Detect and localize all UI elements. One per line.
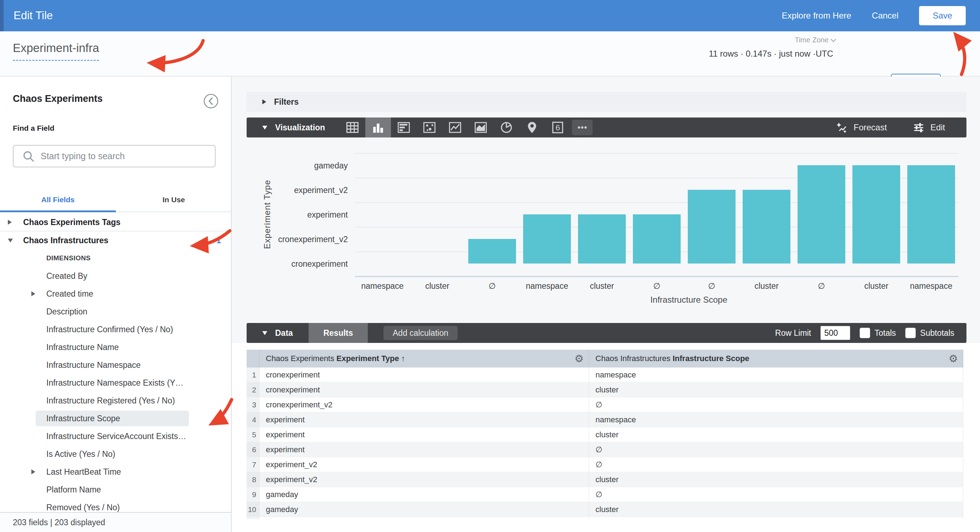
timezone-dropdown[interactable]: Time Zone	[795, 36, 835, 44]
bar-experiment-null[interactable]	[633, 214, 681, 264]
cell-experiment-type[interactable]: gameday	[259, 502, 589, 517]
field-item-infrastructure-confirmed-yes-no[interactable]: Infrastructure Confirmed (Yes / No)	[0, 321, 231, 338]
cell-experiment-type[interactable]: gameday	[259, 517, 589, 519]
query-bar: Experiment-infra 11 rows · 0.147s · just…	[0, 31, 980, 76]
cell-experiment-type[interactable]: cronexperiment_v2	[259, 397, 589, 412]
cell-infrastructure-scope[interactable]: namespace	[589, 517, 963, 519]
field-label: Infrastructure Namespace Exists (Y…	[46, 378, 183, 388]
field-item-infrastructure-scope[interactable]: Infrastructure Scope	[0, 410, 231, 427]
cancel-button[interactable]: Cancel	[872, 11, 899, 21]
cell-infrastructure-scope[interactable]: namespace	[589, 412, 963, 427]
edit-visualization-button[interactable]: Edit	[912, 121, 945, 134]
field-item-last-heartbeat-time[interactable]: Last HeartBeat Time	[0, 463, 231, 481]
cell-experiment-type[interactable]: experiment	[259, 442, 589, 457]
field-item-created-by[interactable]: Created By	[0, 267, 231, 285]
sidebar-tab-in-use[interactable]: In Use	[116, 187, 232, 211]
forecast-button[interactable]: Forecast	[835, 121, 887, 134]
gear-icon[interactable]: ⚙	[949, 353, 958, 365]
collapse-sidebar-button[interactable]	[203, 93, 219, 109]
field-item-infrastructure-registered-yes-no[interactable]: Infrastructure Registered (Yes / No)	[0, 392, 231, 410]
results-tab[interactable]: Results	[309, 323, 368, 343]
cell-infrastructure-scope[interactable]: cluster	[589, 427, 963, 442]
field-item-created-time[interactable]: Created time	[0, 285, 231, 303]
map-chart-icon[interactable]	[519, 118, 545, 137]
field-label: Is Active (Yes / No)	[46, 449, 115, 459]
table-row-8: 8experiment_v2cluster	[247, 472, 963, 487]
more-options-icon[interactable]	[571, 118, 594, 137]
cell-infrastructure-scope[interactable]: ∅	[589, 442, 963, 457]
field-item-removed-yes-no[interactable]: Removed (Yes / No)	[0, 499, 231, 512]
field-item-infrastructure-namespace-exists-y[interactable]: Infrastructure Namespace Exists (Y…	[0, 374, 231, 392]
expand-right-icon[interactable]	[31, 291, 35, 296]
expand-right-icon[interactable]	[8, 220, 12, 225]
cell-infrastructure-scope[interactable]: ∅	[589, 397, 963, 412]
cell-experiment-type[interactable]: cronexperiment	[259, 383, 589, 397]
table-row-3: 3cronexperiment_v2∅	[247, 397, 963, 412]
bar-gameday-cluster[interactable]	[853, 165, 900, 264]
filters-section-toggle[interactable]: Filters	[247, 92, 966, 112]
field-item-infrastructure-serviceaccount-exists[interactable]: Infrastructure ServiceAccount Exists…	[0, 427, 231, 445]
cell-infrastructure-scope[interactable]: ∅	[589, 457, 963, 472]
subtotals-toggle[interactable]: Subtotals	[905, 327, 955, 338]
cell-experiment-type[interactable]: gameday	[259, 487, 589, 502]
cell-experiment-type[interactable]: experiment	[259, 427, 589, 442]
cell-experiment-type[interactable]: experiment	[259, 412, 589, 427]
column-header-infrastructure-scope[interactable]: Chaos Infrastructures Infrastructure Sco…	[589, 350, 963, 367]
row-number: 11	[247, 517, 259, 519]
cell-experiment-type[interactable]: cronexperiment	[259, 367, 589, 382]
line-chart-icon[interactable]	[442, 118, 468, 137]
gear-icon[interactable]: ⚙	[574, 353, 584, 365]
collapse-down-icon[interactable]	[262, 126, 267, 130]
field-label: Infrastructure Namespace	[46, 360, 141, 370]
bar-chart-icon[interactable]	[391, 118, 417, 137]
field-item-infrastructure-name[interactable]: Infrastructure Name	[0, 338, 231, 356]
field-item-chaos-infrastructures[interactable]: Chaos Infrastructures1	[0, 232, 231, 249]
sidebar-tab-all-fields[interactable]: All Fields	[0, 187, 116, 211]
bar-experiment_v2-cluster[interactable]	[743, 190, 791, 264]
field-label: Infrastructure Registered (Yes / No)	[46, 396, 175, 406]
cell-experiment-type[interactable]: experiment_v2	[259, 472, 589, 487]
row-number: 1	[247, 367, 259, 382]
cell-infrastructure-scope[interactable]: namespace	[589, 367, 963, 382]
pie-chart-icon[interactable]	[493, 118, 519, 137]
area-chart-icon[interactable]	[468, 118, 493, 137]
totals-checkbox[interactable]	[859, 327, 870, 338]
bar-experiment-namespace[interactable]	[523, 214, 571, 264]
totals-toggle[interactable]: Totals	[859, 327, 896, 338]
field-item-chaos-experiments-tags[interactable]: Chaos Experiments Tags	[0, 214, 231, 232]
subtotals-checkbox[interactable]	[905, 327, 916, 338]
x-axis-line	[355, 276, 959, 277]
row-number: 3	[247, 397, 259, 412]
field-item-infrastructure-namespace[interactable]: Infrastructure Namespace	[0, 356, 231, 374]
cell-infrastructure-scope[interactable]: cluster	[589, 383, 963, 397]
column-chart-icon[interactable]	[365, 118, 391, 137]
column-header-experiment-type[interactable]: Chaos Experiments Experiment Type ↑⚙	[259, 350, 589, 367]
collapse-down-icon[interactable]	[8, 238, 13, 243]
cell-infrastructure-scope[interactable]: cluster	[589, 502, 963, 517]
cell-infrastructure-scope[interactable]: ∅	[589, 487, 963, 502]
tile-title-editable[interactable]: Experiment-infra	[13, 41, 99, 61]
cell-infrastructure-scope[interactable]: cluster	[589, 472, 963, 487]
row-limit-input[interactable]	[820, 326, 850, 340]
field-item-description[interactable]: Description	[0, 303, 231, 321]
expand-right-icon[interactable]	[31, 469, 35, 474]
bar-cronexperiment_v2-null[interactable]	[468, 239, 516, 264]
bar-experiment-cluster[interactable]	[578, 214, 626, 264]
save-button[interactable]: Save	[919, 6, 966, 25]
scatter-chart-icon[interactable]	[417, 118, 442, 137]
bar-gameday-namespace[interactable]	[907, 165, 955, 264]
single-value-icon[interactable]: 6	[545, 118, 571, 137]
explore-from-here-button[interactable]: Explore from Here	[782, 11, 851, 21]
x-tick-label: ∅	[465, 281, 520, 291]
bar-experiment_v2-null[interactable]	[688, 190, 735, 264]
table-chart-icon[interactable]	[340, 118, 365, 137]
field-search-input[interactable]: Start typing to search	[13, 145, 216, 167]
field-item-is-active-yes-no[interactable]: Is Active (Yes / No)	[0, 445, 231, 463]
field-item-dimensions[interactable]: DIMENSIONS	[0, 249, 231, 267]
field-item-platform-name[interactable]: Platform Name	[0, 481, 231, 499]
add-calculation-button[interactable]: Add calculation	[383, 326, 458, 340]
bar-gameday-null[interactable]	[797, 165, 845, 264]
collapse-down-icon[interactable]	[262, 331, 267, 335]
in-use-count-badge: 1	[216, 236, 221, 245]
cell-experiment-type[interactable]: experiment_v2	[259, 457, 589, 472]
